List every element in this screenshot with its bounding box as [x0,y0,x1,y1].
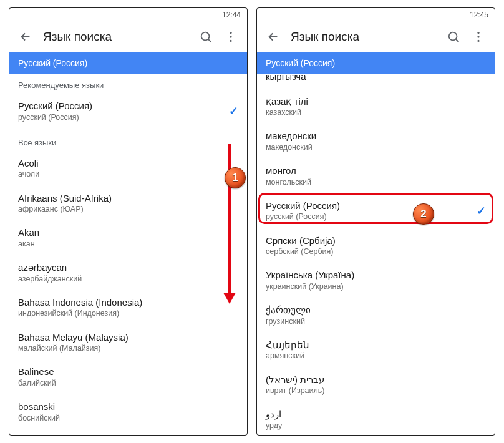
check-icon: ✓ [477,204,486,218]
language-item[interactable]: עברית (ישראל)иврит (Израиль) [257,368,495,402]
search-icon [447,30,460,44]
language-secondary: африкаанс (ЮАР) [18,204,238,214]
language-item[interactable]: Bahasa Melayu (Malaysia)малайский (Малай… [9,325,247,360]
language-secondary: ачоли [18,169,238,179]
language-item[interactable]: Acoliачоли [9,151,247,186]
language-item[interactable]: bosanskiбоснийский [9,394,247,429]
selected-language-bar: Русский (Россия) [257,52,495,74]
language-secondary: украинский (Украина) [266,281,486,291]
more-vert-icon [472,30,485,44]
arrow-back-icon [19,30,32,44]
language-primary: ქართული [266,304,486,316]
language-primary: Српски (Србија) [266,235,486,247]
svg-point-6 [477,36,479,37]
language-primary: עברית (ישראל) [266,374,486,386]
more-vert-icon [224,30,238,44]
language-item[interactable]: кыргызча [257,74,495,89]
language-primary: Acoli [18,157,238,170]
language-item[interactable]: azərbaycanазербайджанский [9,255,247,290]
selected-language-bar: Русский (Россия) [9,52,247,74]
language-primary: Русский (Россия) [266,200,477,212]
language-primary: Русский (Россия) [18,100,229,112]
language-primary: bosanski [18,401,238,413]
language-secondary: индонезийский (Индонезия) [18,308,238,318]
app-bar: Язык поиска [257,22,495,52]
language-item[interactable]: Afrikaans (Suid-Afrika)африкаанс (ЮАР) [9,186,247,221]
language-item[interactable]: Akanакан [9,220,247,255]
language-item[interactable]: Русский (Россия)русский (Россия)✓ [9,94,247,129]
language-primary: монгол [266,165,486,177]
status-bar: 12:45 [257,8,495,22]
language-item[interactable]: ქართულიгрузинский [257,298,495,333]
language-item[interactable]: Українська (Україна)украинский (Украина) [257,263,495,298]
language-primary: Bahasa Indonesia (Indonesia) [18,296,238,309]
language-primary: azərbaycan [18,261,238,274]
status-time: 12:45 [470,11,488,19]
svg-point-7 [477,40,479,42]
status-time: 12:44 [222,11,241,19]
language-list[interactable]: кыргызчақазақ тіліказахскиймакедонскимак… [257,74,495,435]
language-secondary: армянский [266,351,486,361]
arrow-back-icon [266,30,280,44]
language-secondary: азербайджанский [18,274,238,284]
language-primary: қазақ тілі [266,95,486,108]
page-title: Язык поиска [286,30,441,44]
language-secondary: урду [266,421,486,431]
divider [9,130,247,130]
language-primary: اردو [266,408,486,421]
section-recommended: Рекомендуемые языки [9,74,247,94]
back-button[interactable] [261,24,286,49]
language-secondary: русский (Россия) [18,112,229,122]
section-all: Все языки [9,132,247,151]
language-primary: Українська (Україна) [266,269,486,281]
language-secondary: сербский (Сербия) [266,246,486,256]
svg-point-3 [230,40,231,42]
language-secondary: монгольский [266,177,486,187]
svg-point-5 [477,32,479,34]
language-secondary: боснийский [18,413,238,423]
back-button[interactable] [13,24,38,49]
language-item[interactable]: Balineseбалийский [9,359,247,394]
language-item[interactable]: қазақ тіліказахский [257,89,495,124]
language-secondary: балийский [18,378,238,388]
language-primary: Հայերեն [266,339,486,351]
search-button[interactable] [193,24,218,49]
language-primary: Bahasa Melayu (Malaysia) [18,331,238,344]
language-item[interactable]: Català (Espanya)каталанский (Испания) [9,429,247,435]
svg-point-2 [230,36,231,37]
page-title: Язык поиска [38,30,193,44]
language-item[interactable]: македонскимакедонский [257,124,495,158]
svg-point-0 [201,32,210,41]
language-item[interactable]: Bahasa Indonesia (Indonesia)индонезийски… [9,290,247,325]
check-icon: ✓ [229,104,238,118]
search-button[interactable] [441,24,466,49]
language-item[interactable]: Հայերենармянский [257,333,495,368]
more-button[interactable] [218,24,243,49]
language-primary: македонски [266,130,486,142]
more-button[interactable] [466,24,491,49]
language-list[interactable]: Рекомендуемые языки Русский (Россия)русс… [9,74,247,435]
language-secondary: грузинский [266,316,486,326]
language-secondary: малайский (Малайзия) [18,343,238,353]
language-secondary: акан [18,239,238,249]
language-secondary: македонский [266,142,486,152]
search-icon [199,30,213,44]
status-bar: 12:44 [9,8,247,22]
language-item[interactable]: Русский (Россия)русский (Россия)✓ [257,193,495,228]
phone-right: 12:45 Язык поиска Русский (Россия) кыргы… [256,7,495,436]
language-item[interactable]: Српски (Србија)сербский (Сербия) [257,228,495,263]
svg-point-4 [449,32,457,41]
language-secondary: иврит (Израиль) [266,386,486,396]
language-item[interactable]: اردوурду [257,402,495,435]
language-primary: Balinese [18,366,238,378]
svg-point-1 [230,32,231,34]
language-primary: Akan [18,226,238,239]
language-secondary: казахский [266,107,486,117]
phone-left: 12:44 Язык поиска Русский (Россия) Реком… [9,7,248,436]
language-item[interactable]: монголмонгольский [257,158,495,193]
language-primary: Afrikaans (Suid-Afrika) [18,192,238,205]
language-primary: кыргызча [266,74,486,83]
language-secondary: русский (Россия) [266,212,477,221]
app-bar: Язык поиска [9,22,247,52]
